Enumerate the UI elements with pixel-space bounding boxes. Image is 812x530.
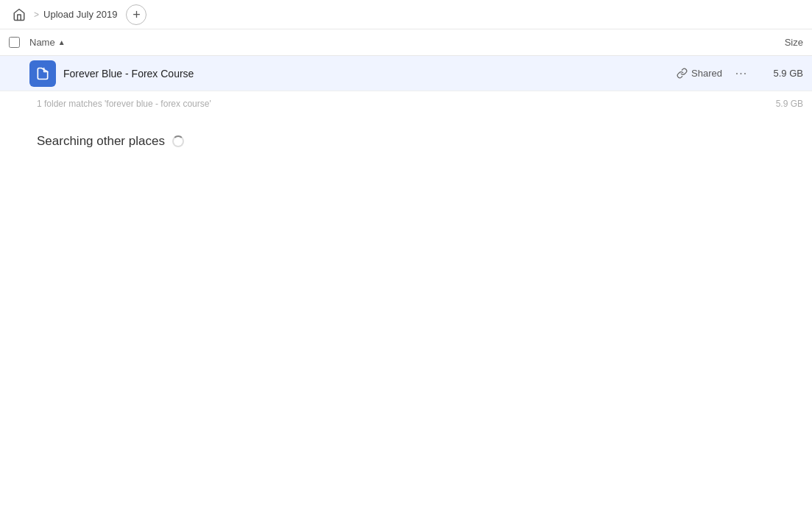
folder-icon-wrap [29,60,56,87]
file-name-label: Forever Blue - Forex Course [63,68,677,80]
shared-label: Shared [691,68,722,79]
breadcrumb-separator: > [34,10,39,20]
sort-arrow-icon: ▲ [58,38,66,46]
column-header-row: Name ▲ Size [0,29,812,56]
folder-matches-text: 1 folder matches 'forever blue - forex c… [37,99,211,109]
folder-matches-info: 1 folder matches 'forever blue - forex c… [0,91,812,116]
name-column-header[interactable]: Name ▲ [29,37,744,48]
size-column-header[interactable]: Size [744,37,803,48]
select-all-checkbox-wrap[interactable] [9,37,29,48]
link-icon [677,68,688,79]
breadcrumb-current[interactable]: Upload July 2019 [43,9,117,20]
file-size-value: 5.9 GB [752,68,803,79]
home-button[interactable] [9,4,29,25]
shared-badge: Shared [677,68,722,79]
file-row[interactable]: Forever Blue - Forex Course Shared ··· 5… [0,56,812,91]
more-options-button[interactable]: ··· [731,63,752,84]
breadcrumb-bar: > Upload July 2019 + [0,0,812,29]
select-all-checkbox[interactable] [9,37,20,48]
name-column-label: Name [29,37,55,48]
searching-text: Searching other places [37,134,165,149]
folder-matches-size: 5.9 GB [776,99,803,109]
searching-section: Searching other places [0,116,812,158]
add-button[interactable]: + [126,4,146,25]
file-actions: Shared ··· [677,63,752,84]
loading-spinner [172,135,184,147]
